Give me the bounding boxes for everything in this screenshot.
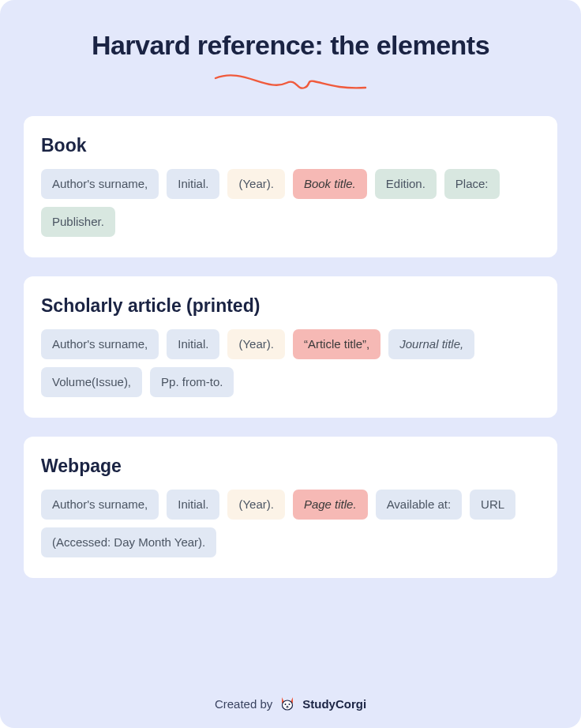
card-book: Book Author's surname, Initial. (Year). …	[24, 116, 557, 257]
pill: Page title.	[293, 490, 368, 520]
pill-row-article: Author's surname, Initial. (Year). “Arti…	[41, 329, 540, 397]
infographic-page: Harvard reference: the elements Book Aut…	[0, 0, 581, 728]
pill-row-webpage: Author's surname, Initial. (Year). Page …	[41, 490, 540, 557]
pill: (Year).	[227, 490, 284, 520]
card-title-book: Book	[41, 135, 540, 156]
pill: (Year).	[227, 169, 284, 199]
pill: URL	[470, 490, 515, 520]
pill: Place:	[444, 169, 500, 199]
pill: Initial.	[167, 329, 219, 359]
pill: Author's surname,	[41, 329, 159, 359]
svg-point-2	[289, 704, 290, 705]
pill-row-book: Author's surname, Initial. (Year). Book …	[41, 169, 540, 237]
pill: Author's surname,	[41, 169, 159, 199]
card-webpage: Webpage Author's surname, Initial. (Year…	[24, 437, 557, 578]
pill: “Article title”,	[293, 329, 380, 359]
card-title-webpage: Webpage	[41, 456, 540, 477]
footer: Created by StudyCorgi	[24, 689, 557, 712]
footer-created-by: Created by	[215, 697, 272, 711]
pill: Publisher.	[41, 207, 115, 237]
pill: Edition.	[375, 169, 437, 199]
decorative-squiggle	[24, 69, 557, 97]
card-title-article: Scholarly article (printed)	[41, 295, 540, 317]
pill: Journal title,	[388, 329, 474, 359]
page-title: Harvard reference: the elements	[24, 30, 557, 61]
pill: Author's surname,	[41, 490, 159, 520]
footer-brand: StudyCorgi	[302, 697, 366, 711]
pill: Initial.	[167, 169, 219, 199]
corgi-icon	[279, 695, 296, 712]
svg-point-0	[283, 700, 293, 710]
pill: (Accessed: Day Month Year).	[41, 527, 216, 557]
pill: Pp. from-to.	[150, 367, 234, 397]
pill: Book title.	[293, 169, 367, 199]
squiggle-icon	[212, 69, 369, 97]
pill: Available at:	[376, 490, 462, 520]
pill: Volume(Issue),	[41, 367, 142, 397]
card-scholarly-article: Scholarly article (printed) Author's sur…	[24, 276, 557, 418]
pill: (Year).	[227, 329, 284, 359]
pill: Initial.	[167, 490, 219, 520]
svg-point-1	[285, 704, 287, 705]
svg-point-3	[287, 706, 288, 707]
